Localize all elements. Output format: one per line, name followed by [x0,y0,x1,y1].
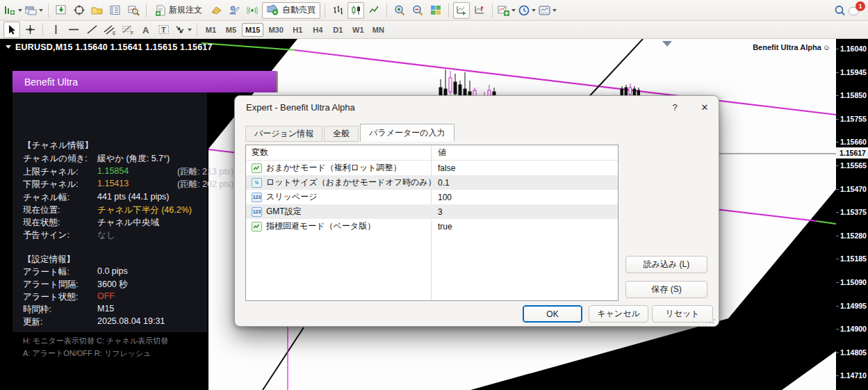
price-axis-label: 1.15470 [840,185,867,193]
reset-button[interactable]: リセット [652,305,713,323]
price-axis-label: 1.15280 [840,231,867,240]
panel-row-label: 更新: [23,316,42,328]
parameter-row[interactable]: おまかせモード（複利ロット調整） false [246,161,618,175]
auto-scroll-button[interactable] [453,2,470,19]
tile-windows-button[interactable] [427,2,444,19]
svg-text:E: E [113,31,116,35]
parameters-table: 変数 値 おまかせモード（複利ロット調整） false½ ロットサイズ（おまかせ… [245,145,619,301]
svg-text:F: F [131,31,133,35]
zoom-in-button[interactable] [391,2,408,19]
toolbar-separator [325,3,325,17]
dialog-tab-1[interactable]: 全般 [324,126,359,142]
timeframe-h4-button[interactable]: H4 [309,23,327,37]
panel-row-label: 時間枠: [23,304,51,316]
panel-row-label: 下限チャネル: [23,179,79,190]
auto-trading-button[interactable]: 自動売買 [262,2,320,19]
param-value[interactable]: 0.1 [438,178,450,188]
price-axis-label: 1.15090 [840,278,867,286]
chart-quote-line: EURUSD,M15 1.15640 1.15641 1.15615 1.156… [6,42,213,52]
parameter-row[interactable]: ½ ロットサイズ（おまかせモードオフ時のみ） 0.1 [246,175,618,190]
panel-row-value: チャネル中央域 [97,217,159,229]
timeframe-h1-button[interactable]: H1 [288,23,307,37]
panel-footer-line: H: モニター表示切替 C: チャネル表示切替 [23,336,168,346]
templates-button[interactable] [538,2,557,19]
market-watch-button[interactable] [53,2,69,19]
equidistant-channel-tool-button[interactable]: E [101,22,118,38]
notification-count-badge: 1 [855,1,865,11]
search-icon[interactable] [831,2,848,19]
text-label-tool-button[interactable]: T [156,22,172,38]
panel-row-label: チャネル幅: [23,192,69,204]
param-value[interactable]: false [438,163,455,173]
timeframe-d1-button[interactable]: D1 [329,23,347,37]
timeframe-m5-button[interactable]: M5 [222,23,240,37]
price-axis-label: 1.14995 [840,302,867,310]
dialog-close-button[interactable]: ✕ [695,100,714,115]
parameter-row[interactable]: 123 スリッページ 100 [246,190,618,204]
panel-row-value: 2025.08.04 19:31 [97,316,165,326]
price-axis-label: 1.15185 [840,254,867,263]
depth-of-market-button[interactable] [208,2,224,19]
chart-shift-button[interactable] [471,2,488,19]
periods-button[interactable] [518,2,537,19]
panel-section-header: 【チャネル情報】 [23,140,93,152]
profiles-button[interactable] [24,2,44,19]
toolbar-separator [197,23,197,37]
candlestick-chart-type-button[interactable] [347,2,364,19]
panel-row-value: OFF [97,291,115,301]
trendline-tool-button[interactable] [83,22,100,38]
dialog-tab-0[interactable]: バージョン情報 [245,126,322,142]
fibonacci-tool-button[interactable]: F [120,22,136,38]
dialog-tab-2[interactable]: パラメーターの入力 [360,124,454,142]
strategy-tester-button[interactable] [125,2,142,19]
load-button[interactable]: 読み込み (L) [625,256,707,273]
panel-row-value: 3600 秒 [97,279,128,291]
quote-collapse-icon[interactable] [6,45,11,49]
price-axis[interactable]: 1.160401.159451.158501.157551.156601.155… [836,39,868,390]
indicators-button[interactable] [497,2,516,19]
timeframe-m1-button[interactable]: M1 [202,23,220,37]
new-order-button[interactable]: 新規注文 [151,2,206,19]
crosshair-tool-button[interactable] [22,22,38,38]
text-tool-button[interactable]: A [138,22,154,38]
param-value[interactable]: 100 [438,193,452,202]
resize-grip[interactable] [709,317,716,324]
timeframe-m15-button[interactable]: M15 [242,23,263,37]
timeframe-w1-button[interactable]: W1 [349,23,368,37]
timeframe-m30-button[interactable]: M30 [265,23,286,37]
save-button[interactable]: 保存 (S) [625,281,707,298]
parameter-row[interactable]: 123 GMT設定 3 [246,204,618,219]
price-axis-label: 1.15850 [840,91,867,99]
param-value[interactable]: 3 [438,207,443,217]
price-axis-label: 1.15660 [840,138,867,146]
vertical-line-tool-button[interactable] [47,22,64,38]
bar-chart-type-button[interactable] [329,2,346,19]
metaeditor-button[interactable] [226,2,243,19]
signals-button[interactable] [244,2,261,19]
panel-row-value: 緩やか (角度: 5.7°) [97,153,170,165]
panel-section-header: 【設定情報】 [23,254,75,266]
panel-footer-line: A: アラートON/OFF R: リフレッシュ [23,348,151,359]
crosshair-window-button[interactable] [71,2,88,19]
terminal-button[interactable] [107,2,124,19]
ok-button[interactable]: OK [523,305,582,323]
navigator-button[interactable] [89,2,106,19]
horizontal-line-tool-button[interactable] [65,22,82,38]
panel-row-label: 上限チャネル: [23,166,79,178]
drawing-toolbar: E F A T M1M5M15M30H1H4D1W1MN [0,21,868,39]
zoom-out-button[interactable] [409,2,426,19]
cancel-button[interactable]: キャンセル [589,305,648,323]
param-value[interactable]: true [438,222,452,231]
arrows-tool-button[interactable] [174,22,193,38]
panel-row-label: チャネルの傾き: [23,153,88,165]
dialog-help-button[interactable]: ? [666,100,684,115]
notifications-button[interactable]: 1 [849,4,862,17]
panel-row-label: アラート状態: [23,291,78,303]
dialog-title: Expert - Benefit Ultra Alpha [246,102,355,113]
arrows-caret-icon [188,29,192,31]
new-chart-button[interactable] [3,2,23,19]
timeframe-mn-button[interactable]: MN [369,23,388,37]
cursor-tool-button[interactable] [3,22,20,38]
line-chart-type-button[interactable] [366,2,382,19]
parameter-row[interactable]: 指標回避モード（ベータ版） true [246,219,618,234]
